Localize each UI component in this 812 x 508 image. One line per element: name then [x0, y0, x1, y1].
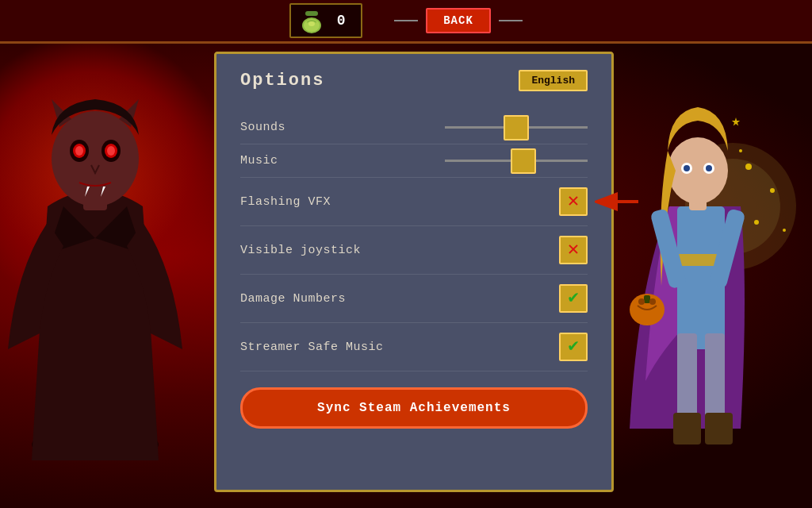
flashing-vfx-label: Flashing VFX [240, 195, 331, 209]
coin-bag-icon [299, 8, 324, 33]
damage-numbers-label: Damage Numbers [240, 292, 346, 306]
sounds-option-row: Sounds [240, 111, 588, 144]
music-slider-track [445, 160, 588, 162]
back-button[interactable]: BACK [426, 8, 491, 33]
sounds-label: Sounds [240, 121, 285, 134]
arrow-indicator [595, 190, 642, 214]
svg-rect-43 [305, 11, 318, 16]
svg-point-22 [754, 220, 759, 225]
vampire-character [0, 48, 222, 492]
damage-numbers-option-row: Damage Numbers ✔ [240, 275, 588, 323]
options-panel: Options English Sounds Music Flashing VF… [214, 52, 614, 492]
svg-point-23 [783, 229, 786, 232]
music-label: Music [240, 154, 278, 167]
svg-point-42 [649, 298, 656, 305]
svg-point-9 [75, 146, 83, 156]
visible-joystick-option-row: Visible joystick ✕ [240, 226, 588, 275]
streamer-safe-music-option-row: Streamer Safe Music ✔ [240, 323, 588, 371]
music-slider[interactable] [445, 160, 588, 162]
red-arrow-icon [595, 190, 642, 214]
coin-display: 0 [289, 3, 362, 38]
svg-point-41 [638, 298, 645, 305]
sounds-slider-thumb[interactable] [504, 115, 529, 140]
hero-character [590, 48, 812, 492]
svg-marker-18 [732, 117, 740, 125]
panel-header: Options English [240, 70, 588, 91]
coin-count: 0 [329, 13, 353, 29]
flashing-vfx-checkbox[interactable]: ✕ [559, 187, 588, 216]
svg-rect-40 [644, 295, 650, 303]
back-button-group: BACK [394, 8, 523, 33]
flashing-vfx-x-icon: ✕ [568, 192, 579, 211]
damage-numbers-check-icon: ✔ [568, 290, 578, 307]
svg-point-4 [52, 111, 139, 206]
svg-point-32 [668, 137, 728, 204]
svg-rect-30 [705, 413, 733, 444]
back-line-right [499, 20, 523, 21]
visible-joystick-label: Visible joystick [240, 244, 361, 257]
svg-point-24 [739, 149, 742, 152]
streamer-safe-music-label: Streamer Safe Music [240, 341, 384, 354]
svg-point-46 [308, 21, 315, 26]
flashing-vfx-option-row: Flashing VFX ✕ [240, 178, 588, 226]
streamer-safe-music-check-icon: ✔ [568, 338, 578, 356]
music-slider-thumb[interactable] [511, 148, 536, 174]
streamer-safe-music-checkbox[interactable]: ✔ [559, 333, 588, 361]
back-line-left [394, 20, 418, 21]
svg-point-35 [684, 165, 690, 171]
svg-point-10 [107, 146, 115, 156]
svg-point-20 [745, 164, 752, 170]
sounds-slider-track [445, 126, 588, 129]
music-option-row: Music [240, 144, 588, 178]
damage-numbers-checkbox[interactable]: ✔ [559, 284, 588, 313]
sounds-slider[interactable] [445, 126, 588, 129]
panel-title: Options [240, 71, 324, 90]
svg-rect-29 [673, 413, 701, 444]
language-button[interactable]: English [519, 70, 588, 91]
top-bar: 0 BACK [0, 0, 812, 44]
svg-point-36 [706, 165, 712, 171]
sync-steam-achievements-button[interactable]: Sync Steam Achievements [240, 387, 588, 429]
visible-joystick-x-icon: ✕ [568, 241, 579, 260]
svg-point-21 [770, 188, 775, 193]
visible-joystick-checkbox[interactable]: ✕ [559, 236, 588, 264]
